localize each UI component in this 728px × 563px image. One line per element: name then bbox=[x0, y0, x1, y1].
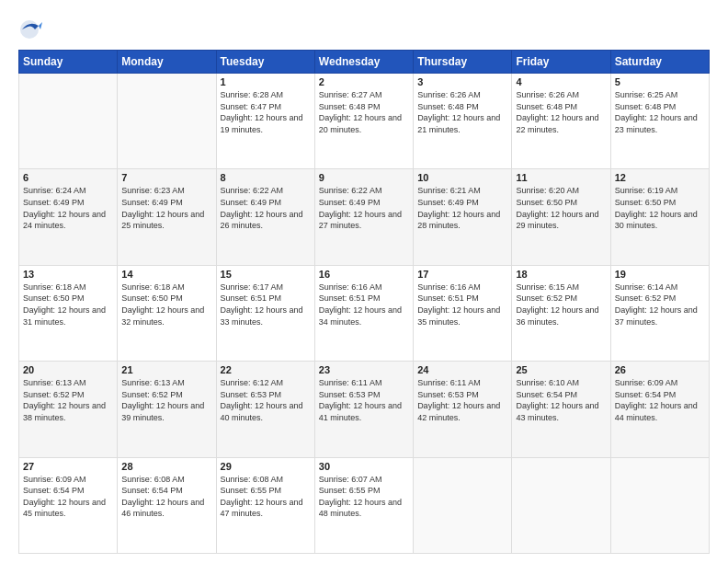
day-info: Sunrise: 6:21 AM Sunset: 6:49 PM Dayligh… bbox=[417, 185, 507, 231]
calendar-day-cell: 19Sunrise: 6:14 AM Sunset: 6:52 PM Dayli… bbox=[610, 265, 709, 361]
calendar-week-row: 13Sunrise: 6:18 AM Sunset: 6:50 PM Dayli… bbox=[19, 265, 710, 361]
day-number: 28 bbox=[121, 461, 211, 472]
day-number: 2 bbox=[319, 76, 409, 87]
calendar-day-cell: 24Sunrise: 6:11 AM Sunset: 6:53 PM Dayli… bbox=[414, 362, 512, 457]
day-number: 22 bbox=[221, 364, 311, 375]
day-number: 12 bbox=[615, 172, 705, 183]
day-info: Sunrise: 6:22 AM Sunset: 6:49 PM Dayligh… bbox=[221, 185, 311, 231]
calendar-week-row: 6Sunrise: 6:24 AM Sunset: 6:49 PM Daylig… bbox=[19, 169, 710, 265]
day-number: 14 bbox=[121, 269, 211, 280]
day-number: 13 bbox=[23, 269, 113, 280]
day-info: Sunrise: 6:25 AM Sunset: 6:48 PM Dayligh… bbox=[615, 89, 705, 135]
day-info: Sunrise: 6:13 AM Sunset: 6:52 PM Dayligh… bbox=[23, 377, 113, 423]
day-number: 6 bbox=[23, 172, 113, 183]
calendar-day-cell: 6Sunrise: 6:24 AM Sunset: 6:49 PM Daylig… bbox=[19, 169, 118, 265]
calendar-day-cell bbox=[19, 74, 118, 169]
day-info: Sunrise: 6:07 AM Sunset: 6:55 PM Dayligh… bbox=[319, 474, 409, 520]
day-info: Sunrise: 6:12 AM Sunset: 6:53 PM Dayligh… bbox=[221, 377, 311, 423]
calendar-week-row: 27Sunrise: 6:09 AM Sunset: 6:54 PM Dayli… bbox=[19, 457, 710, 553]
day-info: Sunrise: 6:11 AM Sunset: 6:53 PM Dayligh… bbox=[417, 377, 507, 423]
day-info: Sunrise: 6:19 AM Sunset: 6:50 PM Dayligh… bbox=[615, 185, 705, 231]
day-number: 20 bbox=[23, 364, 113, 375]
day-number: 21 bbox=[121, 364, 211, 375]
day-info: Sunrise: 6:18 AM Sunset: 6:50 PM Dayligh… bbox=[23, 282, 113, 327]
day-number: 26 bbox=[615, 364, 705, 375]
day-number: 18 bbox=[516, 269, 606, 280]
calendar-day-cell: 5Sunrise: 6:25 AM Sunset: 6:48 PM Daylig… bbox=[610, 74, 709, 169]
day-number: 7 bbox=[121, 172, 211, 183]
day-number: 5 bbox=[615, 76, 705, 87]
calendar-day-cell: 3Sunrise: 6:26 AM Sunset: 6:48 PM Daylig… bbox=[414, 74, 512, 169]
header bbox=[18, 17, 710, 42]
calendar-day-cell bbox=[118, 74, 216, 169]
day-info: Sunrise: 6:13 AM Sunset: 6:52 PM Dayligh… bbox=[121, 377, 211, 423]
calendar-day-cell: 2Sunrise: 6:27 AM Sunset: 6:48 PM Daylig… bbox=[314, 74, 413, 169]
calendar-week-row: 1Sunrise: 6:28 AM Sunset: 6:47 PM Daylig… bbox=[19, 74, 710, 169]
day-info: Sunrise: 6:18 AM Sunset: 6:50 PM Dayligh… bbox=[121, 282, 211, 327]
day-info: Sunrise: 6:17 AM Sunset: 6:51 PM Dayligh… bbox=[221, 282, 311, 327]
day-number: 11 bbox=[516, 172, 606, 183]
calendar-day-cell: 26Sunrise: 6:09 AM Sunset: 6:54 PM Dayli… bbox=[610, 362, 709, 457]
calendar-day-cell: 13Sunrise: 6:18 AM Sunset: 6:50 PM Dayli… bbox=[19, 265, 118, 361]
day-number: 19 bbox=[615, 269, 705, 280]
day-info: Sunrise: 6:08 AM Sunset: 6:54 PM Dayligh… bbox=[121, 474, 211, 520]
day-info: Sunrise: 6:11 AM Sunset: 6:53 PM Dayligh… bbox=[319, 377, 409, 423]
calendar-day-header: Friday bbox=[512, 51, 610, 74]
calendar-day-cell: 23Sunrise: 6:11 AM Sunset: 6:53 PM Dayli… bbox=[314, 362, 413, 457]
calendar-day-header: Monday bbox=[118, 51, 216, 74]
day-number: 17 bbox=[417, 269, 507, 280]
day-number: 30 bbox=[319, 461, 409, 472]
calendar-day-cell: 7Sunrise: 6:23 AM Sunset: 6:49 PM Daylig… bbox=[118, 169, 216, 265]
calendar-day-cell: 15Sunrise: 6:17 AM Sunset: 6:51 PM Dayli… bbox=[216, 265, 314, 361]
calendar-day-cell: 20Sunrise: 6:13 AM Sunset: 6:52 PM Dayli… bbox=[19, 362, 118, 457]
day-info: Sunrise: 6:26 AM Sunset: 6:48 PM Dayligh… bbox=[516, 89, 606, 135]
day-info: Sunrise: 6:28 AM Sunset: 6:47 PM Dayligh… bbox=[221, 89, 311, 135]
day-number: 29 bbox=[221, 461, 311, 472]
day-number: 24 bbox=[417, 364, 507, 375]
calendar-day-header: Thursday bbox=[414, 51, 512, 74]
calendar-table: SundayMondayTuesdayWednesdayThursdayFrid… bbox=[18, 50, 710, 554]
day-number: 25 bbox=[516, 364, 606, 375]
calendar-week-row: 20Sunrise: 6:13 AM Sunset: 6:52 PM Dayli… bbox=[19, 362, 710, 457]
calendar-day-cell: 25Sunrise: 6:10 AM Sunset: 6:54 PM Dayli… bbox=[512, 362, 610, 457]
calendar-header-row: SundayMondayTuesdayWednesdayThursdayFrid… bbox=[19, 51, 710, 74]
day-info: Sunrise: 6:14 AM Sunset: 6:52 PM Dayligh… bbox=[615, 282, 705, 327]
day-info: Sunrise: 6:22 AM Sunset: 6:49 PM Dayligh… bbox=[319, 185, 409, 231]
page: SundayMondayTuesdayWednesdayThursdayFrid… bbox=[0, 0, 728, 563]
day-number: 23 bbox=[319, 364, 409, 375]
calendar-day-cell: 27Sunrise: 6:09 AM Sunset: 6:54 PM Dayli… bbox=[19, 457, 118, 553]
calendar-day-cell: 14Sunrise: 6:18 AM Sunset: 6:50 PM Dayli… bbox=[118, 265, 216, 361]
calendar-day-header: Wednesday bbox=[314, 51, 413, 74]
day-number: 27 bbox=[23, 461, 113, 472]
svg-point-0 bbox=[20, 20, 39, 39]
calendar-day-cell: 11Sunrise: 6:20 AM Sunset: 6:50 PM Dayli… bbox=[512, 169, 610, 265]
calendar-day-header: Tuesday bbox=[216, 51, 314, 74]
calendar-day-cell: 30Sunrise: 6:07 AM Sunset: 6:55 PM Dayli… bbox=[314, 457, 413, 553]
day-info: Sunrise: 6:09 AM Sunset: 6:54 PM Dayligh… bbox=[23, 474, 113, 520]
day-info: Sunrise: 6:23 AM Sunset: 6:49 PM Dayligh… bbox=[121, 185, 211, 231]
day-number: 16 bbox=[319, 269, 409, 280]
calendar-day-cell: 17Sunrise: 6:16 AM Sunset: 6:51 PM Dayli… bbox=[414, 265, 512, 361]
calendar-day-cell: 4Sunrise: 6:26 AM Sunset: 6:48 PM Daylig… bbox=[512, 74, 610, 169]
calendar-day-cell: 21Sunrise: 6:13 AM Sunset: 6:52 PM Dayli… bbox=[118, 362, 216, 457]
day-info: Sunrise: 6:20 AM Sunset: 6:50 PM Dayligh… bbox=[516, 185, 606, 231]
calendar-day-cell: 12Sunrise: 6:19 AM Sunset: 6:50 PM Dayli… bbox=[610, 169, 709, 265]
day-number: 15 bbox=[221, 269, 311, 280]
day-number: 8 bbox=[221, 172, 311, 183]
calendar-day-header: Saturday bbox=[610, 51, 709, 74]
day-info: Sunrise: 6:15 AM Sunset: 6:52 PM Dayligh… bbox=[516, 282, 606, 327]
calendar-day-cell: 18Sunrise: 6:15 AM Sunset: 6:52 PM Dayli… bbox=[512, 265, 610, 361]
day-info: Sunrise: 6:27 AM Sunset: 6:48 PM Dayligh… bbox=[319, 89, 409, 135]
day-number: 1 bbox=[221, 76, 311, 87]
day-info: Sunrise: 6:10 AM Sunset: 6:54 PM Dayligh… bbox=[516, 377, 606, 423]
day-info: Sunrise: 6:26 AM Sunset: 6:48 PM Dayligh… bbox=[417, 89, 507, 135]
calendar-day-cell: 1Sunrise: 6:28 AM Sunset: 6:47 PM Daylig… bbox=[216, 74, 314, 169]
calendar-day-cell: 9Sunrise: 6:22 AM Sunset: 6:49 PM Daylig… bbox=[314, 169, 413, 265]
logo bbox=[18, 17, 48, 42]
day-info: Sunrise: 6:16 AM Sunset: 6:51 PM Dayligh… bbox=[417, 282, 507, 327]
day-number: 10 bbox=[417, 172, 507, 183]
calendar-day-cell: 29Sunrise: 6:08 AM Sunset: 6:55 PM Dayli… bbox=[216, 457, 314, 553]
day-info: Sunrise: 6:16 AM Sunset: 6:51 PM Dayligh… bbox=[319, 282, 409, 327]
day-number: 9 bbox=[319, 172, 409, 183]
calendar-day-cell bbox=[414, 457, 512, 553]
